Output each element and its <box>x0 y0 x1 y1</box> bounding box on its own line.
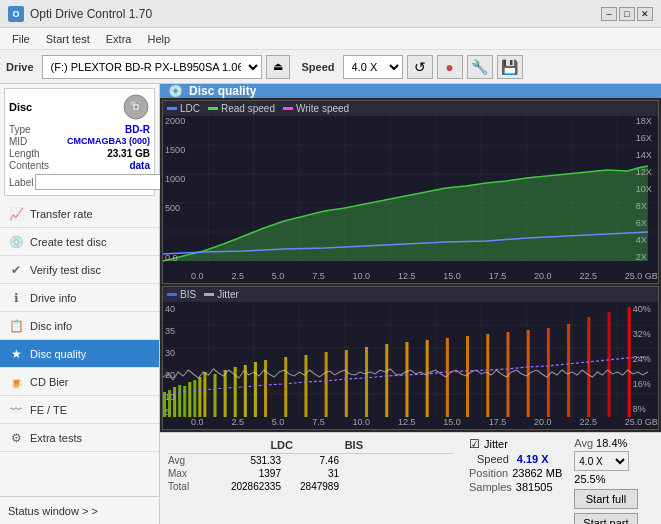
svg-rect-63 <box>264 360 267 417</box>
menu-bar: File Start test Extra Help <box>0 28 661 50</box>
minimize-button[interactable]: – <box>601 7 617 21</box>
type-value: BD-R <box>125 124 150 135</box>
sidebar-item-disc-info[interactable]: 📋Disc info <box>0 312 159 340</box>
write-legend-label: Write speed <box>296 103 349 114</box>
svg-text:2000: 2000 <box>165 116 185 126</box>
b-x-label-100: 10.0 <box>353 417 371 427</box>
x-label-125: 12.5 <box>398 271 416 281</box>
disc-section-label: Disc <box>9 101 32 113</box>
sidebar-item-disc-quality[interactable]: ★Disc quality <box>0 340 159 368</box>
b-x-label-200: 20.0 <box>534 417 552 427</box>
svg-rect-65 <box>304 355 307 417</box>
drive-label: Drive <box>6 61 34 73</box>
menu-file[interactable]: File <box>4 31 38 47</box>
x-label-50: 5.0 <box>272 271 285 281</box>
svg-text:5: 5 <box>165 407 170 417</box>
type-label: Type <box>9 124 31 135</box>
close-button[interactable]: ✕ <box>637 7 653 21</box>
total-bis: 2847989 <box>289 481 339 492</box>
sidebar-item-cd-bier[interactable]: 🍺CD Bier <box>0 368 159 396</box>
refresh-button[interactable]: ↺ <box>407 55 433 79</box>
x-label-175: 17.5 <box>489 271 507 281</box>
speed-label: Speed <box>302 61 335 73</box>
svg-rect-70 <box>405 342 408 417</box>
x-label-250: 25.0 GB <box>625 271 658 281</box>
x-label-0: 0.0 <box>191 271 204 281</box>
length-value: 23.31 GB <box>107 148 150 159</box>
svg-rect-72 <box>446 338 449 417</box>
max-label: Max <box>168 468 203 479</box>
main-area: Disc Type BD-R MID CMCMAGBA3 (000) Lengt… <box>0 84 661 524</box>
svg-text:40: 40 <box>165 304 175 314</box>
total-ldc: 202862335 <box>211 481 281 492</box>
drive-toolbar: Drive (F:) PLEXTOR BD-R PX-LB950SA 1.06 … <box>0 50 661 84</box>
svg-rect-79 <box>587 317 590 417</box>
charts-area: LDC Read speed Write speed <box>160 98 661 432</box>
svg-text:2X: 2X <box>636 252 647 262</box>
svg-rect-80 <box>607 312 610 417</box>
save-button[interactable]: 💾 <box>497 55 523 79</box>
svg-text:16%: 16% <box>633 379 651 389</box>
maximize-button[interactable]: □ <box>619 7 635 21</box>
bottom-chart-svg: 40 35 30 20 10 5 40% 32% 24% 16% 8% <box>163 302 658 417</box>
label-field-label: Label <box>9 177 33 188</box>
jitter-avg-value: 18.4% <box>596 437 627 449</box>
svg-text:30: 30 <box>165 348 175 358</box>
svg-rect-59 <box>224 370 227 417</box>
b-x-label-125: 12.5 <box>398 417 416 427</box>
menu-extra[interactable]: Extra <box>98 31 140 47</box>
svg-rect-67 <box>345 350 348 417</box>
bis-legend-label: BIS <box>180 289 196 300</box>
start-part-button[interactable]: Start part <box>574 513 637 524</box>
speed-select[interactable]: 4.0 X <box>343 55 403 79</box>
svg-text:16X: 16X <box>636 133 652 143</box>
sidebar-item-transfer-rate[interactable]: 📈Transfer rate <box>0 200 159 228</box>
svg-rect-68 <box>365 347 368 417</box>
svg-text:1000: 1000 <box>165 174 185 184</box>
svg-rect-55 <box>193 380 196 417</box>
menu-start-test[interactable]: Start test <box>38 31 98 47</box>
read-legend-dot <box>208 107 218 110</box>
speed-max-select[interactable]: 4.0 X <box>574 451 629 471</box>
sidebar-item-fe-te[interactable]: 〰FE / TE <box>0 396 159 424</box>
b-x-label-25: 2.5 <box>231 417 244 427</box>
sidebar-item-verify-test-disc[interactable]: ✔Verify test disc <box>0 256 159 284</box>
stats-row-avg: Avg 531.33 7.46 <box>168 454 453 467</box>
label-input[interactable] <box>35 174 168 190</box>
x-label-25: 2.5 <box>231 271 244 281</box>
b-x-label-225: 22.5 <box>579 417 597 427</box>
svg-text:8X: 8X <box>636 201 647 211</box>
jitter-max-value: 25.5% <box>574 473 605 485</box>
sidebar-item-extra-tests[interactable]: ⚙Extra tests <box>0 424 159 452</box>
start-full-button[interactable]: Start full <box>574 489 637 509</box>
x-label-200: 20.0 <box>534 271 552 281</box>
nav-icon-extra-tests: ⚙ <box>8 431 24 445</box>
nav-icon-verify-test-disc: ✔ <box>8 263 24 277</box>
b-x-label-150: 15.0 <box>443 417 461 427</box>
avg-ldc: 531.33 <box>211 455 281 466</box>
svg-rect-66 <box>325 352 328 417</box>
app-title: Opti Drive Control 1.70 <box>30 7 152 21</box>
nav-icon-disc-info: 📋 <box>8 319 24 333</box>
tools-button[interactable]: 🔧 <box>467 55 493 79</box>
b-x-label-50: 5.0 <box>272 417 285 427</box>
drive-select[interactable]: (F:) PLEXTOR BD-R PX-LB950SA 1.06 <box>42 55 262 79</box>
menu-help[interactable]: Help <box>139 31 178 47</box>
stats-row-max: Max 1397 31 <box>168 467 453 480</box>
status-window-button[interactable]: Status window > > <box>0 496 159 524</box>
svg-text:1500: 1500 <box>165 145 185 155</box>
svg-rect-81 <box>628 307 631 417</box>
svg-rect-62 <box>254 362 257 417</box>
eject-button[interactable]: ⏏ <box>266 55 290 79</box>
ldc-legend-label: LDC <box>180 103 200 114</box>
jitter-legend-label: Jitter <box>217 289 239 300</box>
record-button[interactable]: ● <box>437 55 463 79</box>
top-chart-svg: 2000 1500 1000 500 0.0 18X 16X 14X 12X 1… <box>163 116 658 271</box>
sidebar: Disc Type BD-R MID CMCMAGBA3 (000) Lengt… <box>0 84 160 524</box>
write-legend-dot <box>283 107 293 110</box>
sidebar-item-create-test-disc[interactable]: 💿Create test disc <box>0 228 159 256</box>
svg-rect-58 <box>214 374 217 417</box>
bottom-stats: LDC BIS Avg 531.33 7.46 Max 1397 31 Tota… <box>160 432 661 524</box>
stats-table: LDC BIS Avg 531.33 7.46 Max 1397 31 Tota… <box>160 433 461 524</box>
sidebar-item-drive-info[interactable]: ℹDrive info <box>0 284 159 312</box>
